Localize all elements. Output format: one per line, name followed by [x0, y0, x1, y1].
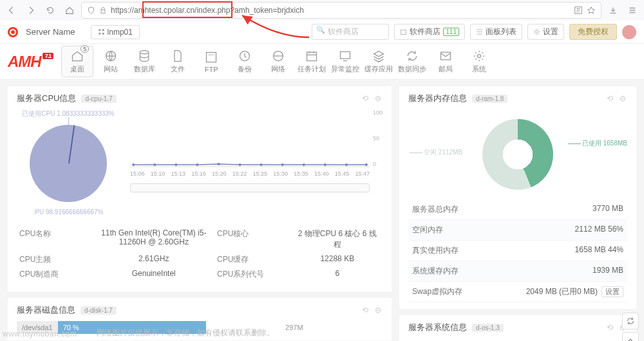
svg-point-29	[345, 163, 348, 166]
svg-point-27	[303, 163, 305, 166]
module-tag: d-ram-1.8	[472, 95, 507, 103]
gear-icon	[472, 49, 486, 63]
env-tag[interactable]: lnmp01	[91, 25, 140, 39]
nav-system[interactable]: 系统	[463, 46, 495, 77]
settings-button[interactable]: 设置	[527, 24, 564, 40]
nav-cache[interactable]: 缓存应用	[363, 46, 395, 77]
amh-logo: AMH7.1	[8, 53, 53, 71]
main-nav: AMH7.1 5桌面 网站 数据库 文件 FTPFTP 备份 网络 任务计划 异…	[0, 44, 644, 80]
svg-rect-14	[307, 52, 317, 60]
bookmark-icon[interactable]	[587, 6, 596, 15]
cpu-panel: 服务器CPU信息 d-cpu-1.7 ⟲⊖ 已使用CPU 1.083333333…	[8, 86, 392, 291]
nav-database[interactable]: 数据库	[128, 46, 160, 77]
browser-chrome: https://amhtest.cpolar.cn/index.php?amh_…	[0, 0, 644, 21]
close-icon[interactable]: ⊖	[374, 94, 383, 103]
svg-rect-6	[401, 30, 406, 35]
panel-title: 服务器系统信息	[408, 322, 467, 333]
ram-used-label: 已使用 1658MB	[567, 139, 627, 148]
svg-point-9	[140, 51, 149, 54]
store-badge: 111	[443, 28, 459, 36]
url-bar[interactable]: https://amhtest.cpolar.cn/index.php?amh_…	[81, 2, 601, 19]
forward-button[interactable]	[23, 3, 39, 18]
svg-rect-4	[99, 33, 100, 35]
refresh-icon[interactable]: ⟲	[605, 94, 614, 103]
svg-point-20	[153, 163, 156, 166]
svg-rect-15	[341, 51, 350, 59]
logo-icon	[8, 27, 18, 37]
gear-icon	[533, 28, 540, 35]
module-tag: d-disk-1.7	[80, 306, 117, 315]
svg-point-23	[217, 163, 220, 165]
shield-icon	[87, 6, 95, 15]
home-button[interactable]	[62, 3, 77, 18]
panel-list-button[interactable]: 面板列表	[470, 24, 522, 40]
avatar[interactable]	[622, 25, 636, 39]
swap-settings-button[interactable]: 设置	[601, 286, 623, 297]
calendar-icon	[305, 49, 319, 63]
close-icon[interactable]: ⊖	[618, 94, 627, 103]
package-icon	[400, 28, 407, 35]
search-input[interactable]: 软件商店	[312, 24, 389, 40]
svg-point-28	[324, 163, 327, 166]
svg-point-22	[196, 163, 198, 166]
nav-desktop[interactable]: 5桌面	[61, 46, 93, 77]
svg-rect-16	[441, 52, 451, 60]
watermark: www.toymoban.com	[3, 329, 77, 338]
svg-point-19	[132, 163, 135, 166]
auth-button[interactable]: 免费授权	[569, 24, 617, 40]
database-icon	[137, 49, 151, 63]
nav-files[interactable]: 文件	[162, 46, 194, 77]
module-tag: d-cpu-1.7	[81, 95, 116, 103]
cpu-pie-chart	[30, 125, 107, 202]
list-icon	[476, 28, 483, 35]
svg-point-26	[281, 163, 284, 166]
cpu-used-label: 已使用CPU 1.0833333333333%	[17, 109, 120, 118]
panel-title: 服务器内存信息	[408, 93, 467, 104]
nav-mail[interactable]: 邮局	[430, 46, 462, 77]
nav-monitor[interactable]: 异常监控	[329, 46, 361, 77]
layers-icon	[372, 49, 386, 63]
scroll-top-button[interactable]	[622, 332, 639, 341]
cpu-info-table: CPU名称11th Gen Intel(R) Core(TM) i5-11260…	[17, 223, 383, 285]
backup-icon	[238, 49, 252, 63]
ram-free-label: 空闲 2112MB	[408, 148, 462, 157]
panel-title: 服务器磁盘信息	[17, 304, 75, 316]
reader-icon[interactable]	[574, 6, 583, 15]
svg-rect-5	[102, 33, 104, 35]
file-icon	[171, 49, 185, 63]
menu-button[interactable]	[625, 3, 640, 18]
ram-panel: 服务器内存信息 d-ram-1.8 ⟲⊖ 空闲 2112MB 已使用 1658M…	[399, 86, 636, 309]
module-tag: d-os-1.3	[472, 324, 504, 332]
server-name: Server Name	[26, 27, 75, 37]
svg-point-21	[175, 163, 177, 166]
nav-sync[interactable]: 数据同步	[396, 46, 428, 77]
download-icon[interactable]	[605, 3, 621, 18]
grid-icon	[98, 28, 105, 35]
svg-text:FTP: FTP	[209, 53, 214, 56]
back-button[interactable]	[4, 3, 19, 18]
global-refresh-button[interactable]	[622, 313, 639, 329]
cpu-line-chart: 100500 15:0615:1015:1315:1615:2015:2215:…	[130, 109, 383, 199]
nav-ftp[interactable]: FTPFTP	[195, 48, 227, 76]
svg-point-17	[478, 55, 481, 58]
globe-icon	[104, 49, 118, 63]
disclaimer: 网络图片仅供展示，非存储，如有侵权请联系删除。	[97, 327, 274, 338]
page-header: Server Name lnmp01 软件商店 软件商店111 面板列表 设置 …	[0, 21, 644, 44]
store-button[interactable]: 软件商店111	[394, 24, 465, 40]
close-icon[interactable]: ⊖	[374, 306, 383, 315]
memory-table: 服务器总内存3770 MB 空闲内存2112 MB 56% 真实使用内存1658…	[408, 199, 627, 302]
refresh-icon[interactable]: ⟲	[605, 323, 614, 332]
svg-point-30	[365, 163, 368, 166]
refresh-button[interactable]	[43, 3, 58, 18]
nav-cron[interactable]: 任务计划	[296, 46, 328, 77]
refresh-icon[interactable]: ⟲	[361, 94, 370, 103]
svg-point-7	[535, 30, 538, 33]
chart-scrubber[interactable]	[130, 183, 370, 192]
lock-icon	[99, 6, 107, 14]
svg-point-25	[260, 163, 263, 166]
nav-website[interactable]: 网站	[95, 46, 127, 77]
cpu-free-label: :PU 98.916666666667%	[17, 208, 120, 216]
nav-backup[interactable]: 备份	[229, 46, 261, 77]
refresh-icon[interactable]: ⟲	[361, 306, 370, 315]
nav-network[interactable]: 网络	[262, 46, 294, 77]
